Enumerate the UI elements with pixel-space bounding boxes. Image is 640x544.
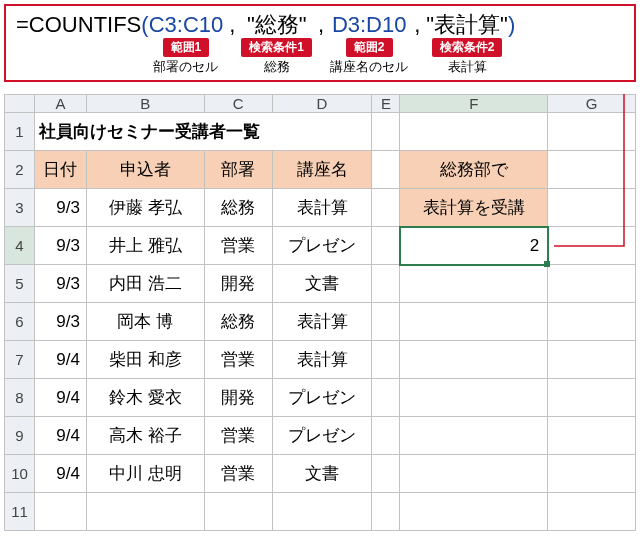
formula-arg1: C3:C10: [149, 12, 224, 38]
col-header-D[interactable]: D: [272, 95, 372, 113]
cell-E5[interactable]: [372, 265, 400, 303]
cell-G8[interactable]: [548, 379, 636, 417]
cell-D2[interactable]: 講座名: [272, 151, 372, 189]
cell-A4[interactable]: 9/3: [34, 227, 86, 265]
cell-G6[interactable]: [548, 303, 636, 341]
cell-E4[interactable]: [372, 227, 400, 265]
cell-C7[interactable]: 営業: [204, 341, 272, 379]
cell-A9[interactable]: 9/4: [34, 417, 86, 455]
cell-D3[interactable]: 表計算: [272, 189, 372, 227]
cell-B10[interactable]: 中川 忠明: [86, 455, 204, 493]
row-header-2[interactable]: 2: [5, 151, 35, 189]
cell-B8[interactable]: 鈴木 愛衣: [86, 379, 204, 417]
cell-D10[interactable]: 文書: [272, 455, 372, 493]
formula-equals: =: [16, 12, 29, 38]
col-header-A[interactable]: A: [34, 95, 86, 113]
row-header-7[interactable]: 7: [5, 341, 35, 379]
row-header-6[interactable]: 6: [5, 303, 35, 341]
col-header-G[interactable]: G: [548, 95, 636, 113]
cell-F10[interactable]: [400, 455, 548, 493]
cell-F3[interactable]: 表計算を受講: [400, 189, 548, 227]
cell-C2[interactable]: 部署: [204, 151, 272, 189]
cell-C5[interactable]: 開発: [204, 265, 272, 303]
annotation-sub-criteria1: 総務: [264, 58, 290, 76]
cell-G11[interactable]: [548, 493, 636, 531]
cell-G1[interactable]: [548, 113, 636, 151]
cell-D8[interactable]: プレゼン: [272, 379, 372, 417]
cell-E11[interactable]: [372, 493, 400, 531]
cell-D6[interactable]: 表計算: [272, 303, 372, 341]
cell-F7[interactable]: [400, 341, 548, 379]
cell-A10[interactable]: 9/4: [34, 455, 86, 493]
cell-C11[interactable]: [204, 493, 272, 531]
col-header-C[interactable]: C: [204, 95, 272, 113]
cell-E2[interactable]: [372, 151, 400, 189]
cell-B9[interactable]: 高木 裕子: [86, 417, 204, 455]
cell-F8[interactable]: [400, 379, 548, 417]
cell-F6[interactable]: [400, 303, 548, 341]
cell-D7[interactable]: 表計算: [272, 341, 372, 379]
cell-B7[interactable]: 柴田 和彦: [86, 341, 204, 379]
row-header-10[interactable]: 10: [5, 455, 35, 493]
cell-B2[interactable]: 申込者: [86, 151, 204, 189]
cell-D11[interactable]: [272, 493, 372, 531]
cell-F1[interactable]: [400, 113, 548, 151]
cell-C8[interactable]: 開発: [204, 379, 272, 417]
cell-G4[interactable]: [548, 227, 636, 265]
cell-E8[interactable]: [372, 379, 400, 417]
cell-G9[interactable]: [548, 417, 636, 455]
paren-open: (: [141, 12, 148, 38]
col-header-F[interactable]: F: [400, 95, 548, 113]
cell-F2[interactable]: 総務部で: [400, 151, 548, 189]
cell-D5[interactable]: 文書: [272, 265, 372, 303]
cell-A5[interactable]: 9/3: [34, 265, 86, 303]
cell-F4-selected[interactable]: 2: [400, 227, 548, 265]
row-header-8[interactable]: 8: [5, 379, 35, 417]
cell-F11[interactable]: [400, 493, 548, 531]
cell-G2[interactable]: [548, 151, 636, 189]
cell-G5[interactable]: [548, 265, 636, 303]
row-header-9[interactable]: 9: [5, 417, 35, 455]
col-header-E[interactable]: E: [372, 95, 400, 113]
cell-A8[interactable]: 9/4: [34, 379, 86, 417]
col-header-B[interactable]: B: [86, 95, 204, 113]
cell-title[interactable]: 社員向けセミナー受講者一覧: [34, 113, 371, 151]
cell-C9[interactable]: 営業: [204, 417, 272, 455]
cell-G7[interactable]: [548, 341, 636, 379]
cell-F5[interactable]: [400, 265, 548, 303]
cell-E3[interactable]: [372, 189, 400, 227]
row-header-1[interactable]: 1: [5, 113, 35, 151]
row-header-5[interactable]: 5: [5, 265, 35, 303]
cell-C10[interactable]: 営業: [204, 455, 272, 493]
cell-E6[interactable]: [372, 303, 400, 341]
cell-A7[interactable]: 9/4: [34, 341, 86, 379]
cell-E7[interactable]: [372, 341, 400, 379]
cell-F9[interactable]: [400, 417, 548, 455]
cell-G3[interactable]: [548, 189, 636, 227]
cell-B3[interactable]: 伊藤 孝弘: [86, 189, 204, 227]
cell-D4[interactable]: プレゼン: [272, 227, 372, 265]
cell-B6[interactable]: 岡本 博: [86, 303, 204, 341]
cell-B11[interactable]: [86, 493, 204, 531]
cell-D9[interactable]: プレゼン: [272, 417, 372, 455]
annotation-tag-range1: 範囲1: [163, 38, 210, 57]
cell-A2[interactable]: 日付: [34, 151, 86, 189]
formula-function: COUNTIFS: [29, 12, 141, 38]
cell-C6[interactable]: 総務: [204, 303, 272, 341]
row-header-4[interactable]: 4: [5, 227, 35, 265]
cell-E9[interactable]: [372, 417, 400, 455]
grid-table[interactable]: A B C D E F G 1 社員向けセミナー受講者一覧 2 日付 申込者 部…: [4, 94, 636, 531]
row-header-3[interactable]: 3: [5, 189, 35, 227]
cell-C3[interactable]: 総務: [204, 189, 272, 227]
cell-G10[interactable]: [548, 455, 636, 493]
cell-A11[interactable]: [34, 493, 86, 531]
cell-C4[interactable]: 営業: [204, 227, 272, 265]
cell-B5[interactable]: 内田 浩二: [86, 265, 204, 303]
corner-cell[interactable]: [5, 95, 35, 113]
cell-E1[interactable]: [372, 113, 400, 151]
cell-A3[interactable]: 9/3: [34, 189, 86, 227]
cell-E10[interactable]: [372, 455, 400, 493]
cell-A6[interactable]: 9/3: [34, 303, 86, 341]
cell-B4[interactable]: 井上 雅弘: [86, 227, 204, 265]
row-header-11[interactable]: 11: [5, 493, 35, 531]
